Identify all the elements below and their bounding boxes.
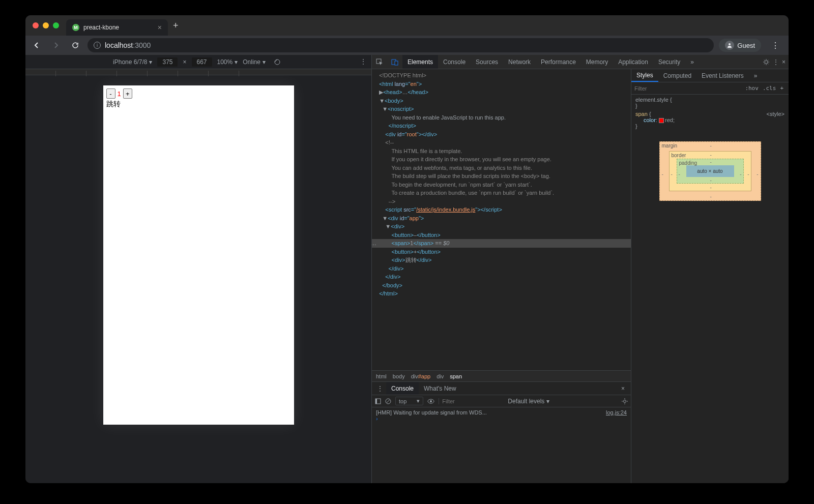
browser-tab[interactable]: M preact-kbone × [66, 19, 168, 36]
device-select[interactable]: iPhone 6/7/8 ▾ [113, 58, 152, 66]
styles-filter-row: :hov .cls + [631, 82, 789, 95]
devtools-menu-button[interactable]: ⋮ [773, 58, 779, 66]
content: iPhone 6/7/8 ▾ 375 × 667 100% ▾ Online ▾… [25, 55, 789, 483]
dom-tree[interactable]: <!DOCTYPE html> <html lang="en"> ▶<head>… [372, 69, 631, 370]
svg-point-10 [430, 400, 432, 402]
forward-button[interactable] [49, 38, 63, 52]
device-height-input[interactable]: 667 [192, 57, 212, 67]
console-source-link[interactable]: log.js:24 [606, 409, 627, 416]
tab-event-listeners[interactable]: Event Listeners [696, 69, 749, 82]
clear-console-button[interactable] [385, 398, 391, 404]
hov-button[interactable]: :hov [743, 85, 761, 92]
selected-dom-node[interactable]: <span>1</span> == $0 [372, 239, 631, 248]
navigate-link[interactable]: 跳转 [106, 100, 291, 109]
decrement-button[interactable]: - [106, 88, 115, 99]
drawer-tab-console[interactable]: Console [386, 382, 419, 395]
close-devtools-button[interactable]: × [782, 58, 786, 66]
context-select[interactable]: top▾ [395, 397, 423, 405]
svg-point-0 [729, 43, 731, 45]
device-frame: - 1 + 跳转 [103, 85, 294, 425]
tab-performance[interactable]: Performance [536, 55, 581, 69]
settings-button[interactable] [763, 58, 770, 66]
svg-point-5 [765, 61, 768, 64]
devtools-body: <!DOCTYPE html> <html lang="en"> ▶<head>… [372, 69, 789, 483]
color-swatch[interactable] [659, 118, 664, 123]
svg-rect-7 [375, 399, 377, 404]
cls-button[interactable]: .cls [761, 85, 778, 92]
tab-styles[interactable]: Styles [631, 69, 658, 82]
tab-memory[interactable]: Memory [581, 55, 613, 69]
minimize-window-button[interactable] [43, 22, 49, 28]
tab-application[interactable]: Application [613, 55, 653, 69]
elements-panel: <!DOCTYPE html> <html lang="en"> ▶<head>… [372, 69, 631, 483]
browser-menu-button[interactable]: ⋮ [766, 41, 784, 50]
close-drawer-button[interactable]: × [617, 385, 629, 392]
breadcrumb-item[interactable]: div [437, 373, 444, 379]
breadcrumb-item[interactable]: div#app [411, 373, 431, 379]
console-prompt[interactable]: › [376, 416, 378, 422]
reload-button[interactable] [68, 38, 82, 52]
rotate-button[interactable] [271, 55, 284, 69]
device-menu-button[interactable]: ⋮ [360, 58, 366, 65]
new-tab-button[interactable]: + [173, 20, 179, 31]
increment-button[interactable]: + [123, 88, 132, 99]
svg-rect-4 [395, 61, 398, 65]
tab-network[interactable]: Network [503, 55, 536, 69]
console-settings-button[interactable] [622, 398, 628, 404]
dom-breadcrumbs: html body div#app div span [372, 370, 631, 381]
breadcrumb-item[interactable]: html [376, 373, 387, 379]
breadcrumb-item[interactable]: span [450, 373, 462, 379]
maximize-window-button[interactable] [53, 22, 59, 28]
inspect-element-button[interactable] [372, 58, 387, 66]
styles-rules[interactable]: element.style { } span {<style> color: r… [631, 95, 789, 131]
profile-button[interactable]: Guest [719, 39, 761, 52]
svg-point-11 [624, 400, 626, 402]
drawer-menu-button[interactable]: ⋮ [374, 385, 386, 392]
window-controls [25, 22, 66, 28]
page-content: - 1 + 跳转 [103, 85, 294, 112]
live-expression-button[interactable] [427, 399, 434, 404]
close-window-button[interactable] [33, 22, 39, 28]
console-message: [HMR] Waiting for update signal from WDS… [376, 409, 487, 416]
console-toolbar: top▾ Default levels ▾ [372, 395, 631, 407]
profile-label: Guest [737, 42, 755, 49]
close-tab-button[interactable]: × [158, 23, 162, 32]
styles-tabs: Styles Computed Event Listeners » [631, 69, 789, 82]
tabs-overflow-button[interactable]: » [685, 55, 699, 69]
device-preview-pane: iPhone 6/7/8 ▾ 375 × 667 100% ▾ Online ▾… [25, 55, 371, 483]
tab-title: preact-kbone [83, 24, 119, 31]
device-rulers [25, 69, 371, 75]
tab-elements[interactable]: Elements [402, 55, 438, 69]
console-sidebar-toggle[interactable] [375, 398, 381, 404]
drawer-tab-whatsnew[interactable]: What's New [419, 382, 461, 395]
styles-filter-input[interactable] [634, 85, 743, 92]
new-rule-button[interactable]: + [778, 85, 786, 92]
toggle-device-button[interactable] [387, 58, 402, 66]
favicon-icon: M [72, 24, 79, 31]
console-drawer: ⋮ Console What's New × t [372, 381, 631, 483]
styles-tabs-overflow[interactable]: » [749, 69, 763, 82]
back-button[interactable] [30, 38, 44, 52]
site-info-icon[interactable]: i [94, 42, 101, 49]
tab-sources[interactable]: Sources [471, 55, 503, 69]
tab-security[interactable]: Security [653, 55, 685, 69]
breadcrumb-item[interactable]: body [393, 373, 405, 379]
address-bar[interactable]: i localhost:3000 [88, 38, 714, 52]
device-width-input[interactable]: 375 [157, 57, 178, 67]
zoom-select[interactable]: 100% ▾ [217, 58, 238, 66]
throttle-select[interactable]: Online ▾ [243, 58, 266, 66]
styles-sidebar: Styles Computed Event Listeners » :hov .… [631, 69, 789, 483]
box-model[interactable]: margin - - - - border - - - - [659, 141, 761, 201]
log-levels-select[interactable]: Default levels ▾ [508, 398, 549, 405]
svg-point-1 [275, 60, 280, 65]
browser-window: M preact-kbone × + i localhost:3000 Gues… [25, 15, 789, 483]
toolbar: i localhost:3000 Guest ⋮ [25, 36, 789, 55]
tab-computed[interactable]: Computed [658, 69, 696, 82]
url-host: localhost [105, 41, 133, 49]
titlebar: M preact-kbone × + [25, 15, 789, 36]
tab-console[interactable]: Console [438, 55, 471, 69]
device-toolbar: iPhone 6/7/8 ▾ 375 × 667 100% ▾ Online ▾… [25, 55, 371, 69]
console-output[interactable]: [HMR] Waiting for update signal from WDS… [372, 407, 631, 483]
console-filter-input[interactable] [439, 398, 500, 404]
drawer-tabs: ⋮ Console What's New × [372, 382, 631, 395]
